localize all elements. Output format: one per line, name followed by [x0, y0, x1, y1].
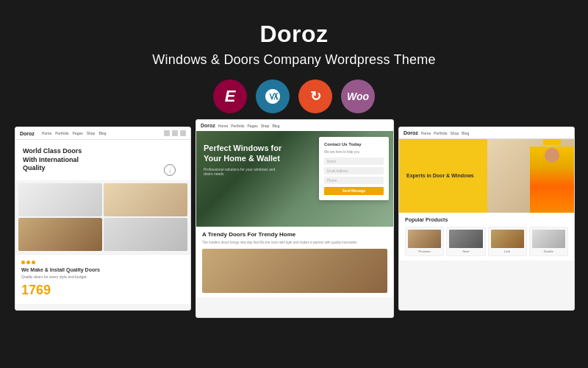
contact-form-sub: We are here to help you [324, 150, 384, 154]
room-image [104, 218, 187, 251]
center-hero: Perfect Windows for Your Home & Wallet P… [196, 131, 393, 227]
product-label-4: Double [532, 250, 565, 253]
right-hero-yellow: Experts in Door & Windows [399, 139, 487, 213]
page-subtitle: Windows & Doors Company Wordpress Theme [152, 52, 435, 68]
send-message-button[interactable]: Send Message [324, 187, 384, 195]
screenshot-center: Doroz Home Portfolio Pages Shop Blog Per… [196, 119, 394, 318]
left-bottom: We Make & Install Quality Doors Quality … [15, 254, 190, 304]
screenshots-row: Doroz Home Portfolio Pages Shop Blog Wor… [15, 127, 573, 325]
wordpress-logo [264, 88, 282, 105]
product-item-2: Steel [446, 227, 485, 256]
center-hero-sub: Professional solutions for your windows … [204, 167, 284, 177]
product-label-1: Premium [408, 250, 441, 253]
yellow-dots [21, 261, 184, 264]
left-bottom-title: We Make & Install Quality Doors [21, 267, 184, 272]
plugin-icons-row: E ↻ Woo [213, 79, 375, 113]
right-logo: Doroz [404, 130, 418, 135]
email-field[interactable]: Email Address [324, 167, 384, 174]
right-nav-links: Home Portfolio Shop Blog [421, 131, 469, 135]
right-hero: Experts in Door & Windows [399, 139, 574, 213]
left-hero: World Class Doors With International Qua… [15, 140, 190, 180]
product-label-3: Lock [491, 250, 524, 253]
products-grid: Premium Steel Lock Double [405, 227, 568, 256]
left-number: 1769 [21, 283, 184, 298]
center-hero-title: Perfect Windows for Your Home & Wallet [204, 143, 284, 164]
scroll-down-icon: ↓ [164, 164, 176, 176]
left-images-grid [15, 180, 190, 254]
center-hero-text: Perfect Windows for Your Home & Wallet P… [196, 131, 292, 188]
product-image-3 [491, 230, 524, 248]
trendy-image [202, 249, 387, 293]
product-item-3: Lock [488, 227, 527, 256]
products-title: Popular Products [405, 217, 568, 222]
door-image [18, 218, 102, 251]
wordpress-icon[interactable] [256, 79, 290, 113]
page-title: Doroz [259, 21, 328, 48]
products-section: Popular Products Premium Steel Lock [399, 213, 574, 261]
center-bottom: A Trendy Doors For Trendy Home The moder… [196, 227, 393, 297]
trendy-text: The modern doroz brings new day that fil… [202, 241, 387, 246]
main-container: Doroz Windows & Doors Company Wordpress … [0, 0, 588, 368]
screenshot-left: Doroz Home Portfolio Pages Shop Blog Wor… [15, 127, 191, 311]
left-nav-icons [164, 130, 186, 136]
product-image-4 [532, 230, 565, 248]
worker-figure [530, 146, 574, 213]
right-hero-image [487, 139, 574, 213]
center-nav-links: Home Portfolio Pages Shop Blog [218, 124, 280, 128]
product-image-1 [408, 230, 441, 248]
product-image-2 [449, 230, 482, 248]
kitchen-image [104, 183, 187, 216]
worker-head [545, 148, 559, 163]
name-field[interactable]: Name [324, 158, 384, 165]
redux-icon[interactable]: ↻ [298, 79, 332, 113]
screenshot-right: Doroz Home Portfolio Shop Blog Experts i… [398, 127, 575, 311]
toilet-image [18, 183, 102, 216]
right-nav: Doroz Home Portfolio Shop Blog [399, 127, 574, 139]
trendy-title: A Trendy Doors For Trendy Home [202, 231, 387, 238]
worker-helmet [543, 139, 561, 145]
left-hero-title: World Class Doors With International Qua… [23, 147, 96, 173]
center-nav: Doroz Home Portfolio Pages Shop Blog [196, 120, 393, 131]
right-hero-title: Experts in Door & Windows [406, 172, 480, 179]
left-bottom-text: Quality doors for every style and budget… [21, 275, 184, 280]
left-nav: Doroz Home Portfolio Pages Shop Blog [15, 127, 190, 140]
left-logo: Doroz [20, 131, 35, 136]
contact-form: Contact Us Today We are here to help you… [319, 137, 389, 200]
left-nav-links: Home Portfolio Pages Shop Blog [42, 131, 107, 135]
contact-form-title: Contact Us Today [324, 142, 384, 146]
elementor-icon[interactable]: E [213, 79, 247, 113]
product-label-2: Steel [449, 250, 482, 253]
center-logo: Doroz [201, 123, 215, 128]
phone-field[interactable]: Phone [324, 177, 384, 184]
product-item-4: Double [529, 227, 568, 256]
woocommerce-icon[interactable]: Woo [341, 79, 375, 113]
product-item-1: Premium [405, 227, 444, 256]
